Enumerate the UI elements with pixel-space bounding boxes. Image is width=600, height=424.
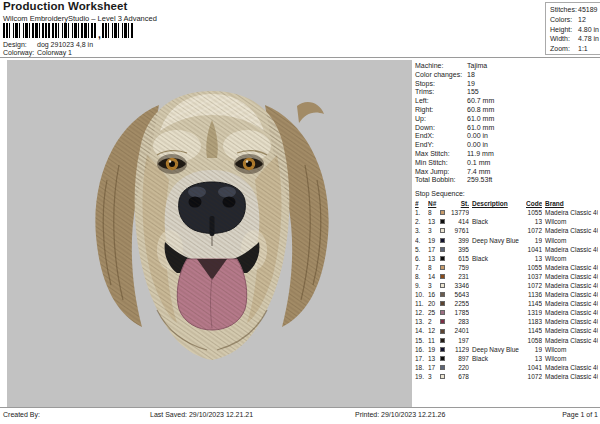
cell-brand: Madeira Classic 40 (542, 263, 598, 272)
cell-code: 13 (526, 217, 542, 226)
stat-row: Zoom:1:1 (550, 44, 600, 54)
machine-info-row: Trims:155 (415, 88, 598, 97)
machine-info-label: Right: (415, 106, 467, 115)
cell-brand: Madeira Classic 40 (542, 245, 598, 254)
thread-color-swatch (440, 228, 445, 233)
machine-info-row: Min Stitch:0.1 mm (415, 159, 598, 168)
thread-swatch-cell (440, 263, 449, 272)
cell-desc (469, 281, 526, 290)
thread-swatch-cell (440, 254, 449, 263)
stat-label: Colors: (550, 15, 578, 25)
cell-num: 1. (415, 208, 428, 217)
cell-code: 1041 (526, 363, 542, 372)
thread-swatch-cell (440, 217, 449, 226)
machine-info-row: EndY:0.00 in (415, 141, 598, 150)
dog-fur-tuft (297, 102, 324, 123)
stat-row: Height:4.80 in (550, 25, 600, 35)
stop-sequence-row: 13.22831183Madeira Classic 40 (415, 317, 598, 326)
thread-color-swatch (440, 210, 445, 215)
cell-n: 12 (428, 326, 440, 335)
cell-st: 13779 (449, 208, 469, 217)
cell-code: 1072 (526, 226, 542, 235)
stop-sequence-body: 1.8137791055Madeira Classic 402.13414Bla… (415, 208, 598, 381)
thread-color-swatch (440, 329, 445, 334)
thread-swatch-cell (440, 236, 449, 245)
cell-num: 8. (415, 272, 428, 281)
cell-desc (469, 336, 526, 345)
cell-n: 16 (428, 290, 440, 299)
production-worksheet-page: Production Worksheet Wilcom EmbroiderySt… (0, 0, 600, 424)
cell-brand: Madeira Classic 40 (542, 372, 598, 381)
cell-num: 3. (415, 226, 428, 235)
cell-desc (469, 263, 526, 272)
machine-info-label: Up: (415, 115, 467, 124)
cell-n: 20 (428, 299, 440, 308)
thread-color-swatch (440, 374, 445, 379)
cell-n: 13 (428, 217, 440, 226)
column-header: Description (469, 199, 526, 208)
thread-color-swatch (440, 219, 445, 224)
cell-code: 1058 (526, 336, 542, 345)
cell-n: 11 (428, 336, 440, 345)
cell-desc: Deep Navy Blue (469, 345, 526, 354)
machine-info-value: 259.53ft (467, 176, 492, 185)
stop-sequence-row: 3.397611072Madeira Classic 40 (415, 226, 598, 235)
machine-info-row: Stops:19 (415, 80, 598, 89)
machine-info-label: Left: (415, 97, 467, 106)
machine-info-label: Color changes: (415, 71, 467, 80)
cell-brand: Madeira Classic 40 (542, 272, 598, 281)
cell-brand: Wilcom (542, 236, 598, 245)
thread-color-swatch (440, 356, 445, 361)
machine-info-label: Trims: (415, 88, 467, 97)
cell-num: 14. (415, 326, 428, 335)
cell-desc: Deep Navy Blue (469, 236, 526, 245)
barcode-bars-left (3, 23, 97, 38)
design-label: Design: (3, 41, 37, 48)
thread-swatch-cell (440, 272, 449, 281)
thread-color-swatch (440, 365, 445, 370)
machine-info-value: 7.4 mm (467, 168, 490, 177)
thread-swatch-cell (440, 336, 449, 345)
cell-code: 1183 (526, 317, 542, 326)
cell-desc (469, 208, 526, 217)
printed-text: Printed: 29/10/2023 12.21.26 (355, 411, 445, 418)
cell-num: 13. (415, 317, 428, 326)
worksheet-header: Production Worksheet Wilcom EmbroiderySt… (0, 0, 600, 58)
cell-code: 13 (526, 254, 542, 263)
cell-st: 231 (449, 272, 469, 281)
thread-swatch-cell (440, 308, 449, 317)
stat-row: Width:4.78 in (550, 34, 600, 44)
thread-swatch-cell (440, 290, 449, 299)
thread-swatch-cell (440, 326, 449, 335)
stop-sequence-row: 18.172201041Madeira Classic 40 (415, 363, 598, 372)
stitch-texture-head (135, 91, 290, 360)
thread-swatch-cell (440, 245, 449, 254)
cell-brand: Madeira Classic 40 (542, 363, 598, 372)
stat-label: Zoom: (550, 44, 578, 54)
cell-code: 1041 (526, 245, 542, 254)
cell-st: 283 (449, 317, 469, 326)
machine-info-row: Total Bobbin:259.53ft (415, 176, 598, 185)
last-saved-text: Last Saved: 29/10/2023 12.21.21 (150, 411, 253, 418)
thread-swatch-cell (440, 363, 449, 372)
cell-desc (469, 317, 526, 326)
cell-brand: Madeira Classic 40 (542, 299, 598, 308)
machine-info-label: EndY: (415, 141, 467, 150)
column-header: Code (526, 199, 542, 208)
machine-info-value: Tajima (467, 62, 487, 71)
thread-color-swatch (440, 319, 445, 324)
cell-n: 13 (428, 354, 440, 363)
cell-n: 2 (428, 317, 440, 326)
cell-n: 3 (428, 226, 440, 235)
column-header: N# (428, 199, 440, 208)
stat-value: 1:1 (578, 45, 588, 52)
cell-desc (469, 308, 526, 317)
thread-color-swatch (440, 265, 445, 270)
machine-info-value: 60.8 mm (467, 106, 494, 115)
cell-code: 1037 (526, 272, 542, 281)
barcode-separator: , (98, 31, 101, 38)
stat-row: Stitches:45189 (550, 5, 600, 15)
cell-num: 16. (415, 345, 428, 354)
cell-code: 1136 (526, 290, 542, 299)
cell-desc (469, 290, 526, 299)
